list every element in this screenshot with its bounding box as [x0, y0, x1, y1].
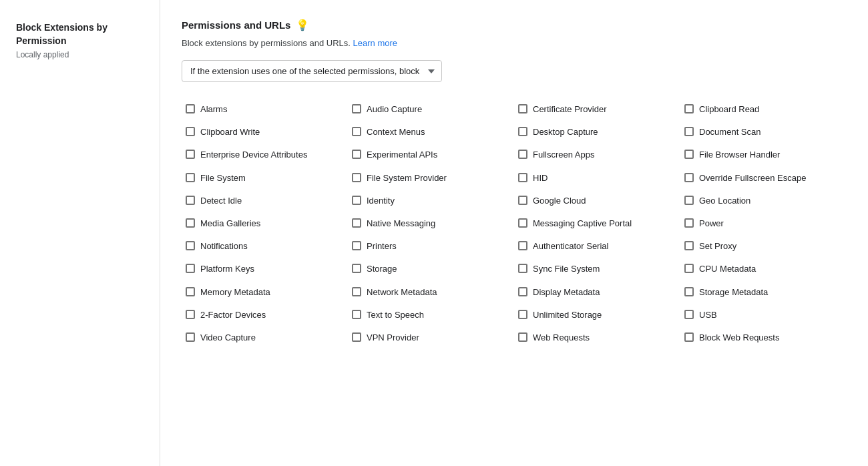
checkbox-cpu-metadata[interactable]	[684, 264, 694, 273]
checkbox-network-metadata[interactable]	[352, 287, 361, 296]
checkbox-certificate-provider[interactable]	[518, 104, 527, 113]
permission-item-document-scan: Document Scan	[680, 121, 847, 144]
checkbox-power[interactable]	[684, 218, 694, 228]
permission-label-clipboard-read: Clipboard Read	[699, 103, 759, 115]
permission-item-storage-metadata: Storage Metadata	[680, 281, 847, 304]
permission-label-file-system: File System	[200, 172, 246, 184]
permission-label-certificate-provider: Certificate Provider	[533, 103, 607, 115]
checkbox-authenticator-serial[interactable]	[518, 241, 527, 250]
permission-item-clipboard-write: Clipboard Write	[182, 121, 348, 144]
checkbox-detect-idle[interactable]	[186, 196, 195, 205]
checkbox-desktop-capture[interactable]	[518, 127, 527, 136]
permission-item-web-requests: Web Requests	[514, 326, 680, 349]
checkbox-storage-metadata[interactable]	[684, 287, 694, 296]
permission-label-experimental-apis: Experimental APIs	[367, 149, 437, 161]
permission-label-detect-idle: Detect Idle	[200, 195, 242, 207]
checkbox-google-cloud[interactable]	[518, 196, 527, 205]
permission-item-alarms: Alarms	[182, 98, 348, 121]
checkbox-video-capture[interactable]	[186, 332, 195, 342]
permission-item-printers: Printers	[348, 235, 514, 258]
checkbox-native-messaging[interactable]	[352, 218, 361, 228]
checkbox-block-web-requests[interactable]	[684, 332, 694, 342]
checkbox-web-requests[interactable]	[518, 332, 527, 342]
permission-label-usb: USB	[699, 309, 717, 321]
permission-item-detect-idle: Detect Idle	[182, 190, 348, 212]
permission-label-media-galleries: Media Galleries	[200, 218, 260, 230]
permission-mode-dropdown[interactable]: If the extension uses one of the selecte…	[182, 60, 442, 82]
permission-item-file-browser-handler: File Browser Handler	[680, 144, 847, 166]
checkbox-geo-location[interactable]	[684, 196, 694, 205]
checkbox-experimental-apis[interactable]	[352, 150, 361, 159]
permission-label-platform-keys: Platform Keys	[200, 263, 254, 275]
checkbox-sync-file-system[interactable]	[518, 264, 527, 273]
permission-item-context-menus: Context Menus	[348, 121, 514, 144]
checkbox-fullscreen-apps[interactable]	[518, 150, 527, 159]
checkbox-file-system-provider[interactable]	[352, 173, 361, 182]
permission-item-authenticator-serial: Authenticator Serial	[514, 235, 680, 258]
checkbox-context-menus[interactable]	[352, 127, 361, 136]
permission-label-printers: Printers	[367, 240, 397, 252]
checkbox-notifications[interactable]	[186, 241, 195, 250]
permission-item-memory-metadata: Memory Metadata	[182, 281, 348, 304]
permission-item-network-metadata: Network Metadata	[348, 281, 514, 304]
permission-item-vpn-provider: VPN Provider	[348, 326, 514, 349]
checkbox-platform-keys[interactable]	[186, 264, 195, 273]
permission-item-platform-keys: Platform Keys	[182, 258, 348, 280]
checkbox-document-scan[interactable]	[684, 127, 694, 136]
permission-label-notifications: Notifications	[200, 240, 248, 252]
permission-item-desktop-capture: Desktop Capture	[514, 121, 680, 144]
permission-item-native-messaging: Native Messaging	[348, 212, 514, 235]
permission-label-network-metadata: Network Metadata	[367, 286, 437, 298]
permission-item-usb: USB	[680, 304, 847, 326]
sidebar: Block Extensions by Permission Locally a…	[0, 0, 160, 466]
checkbox-identity[interactable]	[352, 196, 361, 205]
checkbox-clipboard-write[interactable]	[186, 127, 195, 136]
checkbox-2-factor-devices[interactable]	[186, 310, 195, 319]
permission-item-cpu-metadata: CPU Metadata	[680, 258, 847, 280]
checkbox-hid[interactable]	[518, 173, 527, 182]
permission-label-cpu-metadata: CPU Metadata	[699, 263, 756, 275]
permission-label-alarms: Alarms	[200, 103, 227, 115]
checkbox-file-system[interactable]	[186, 173, 195, 182]
learn-more-link[interactable]: Learn more	[353, 38, 397, 48]
permission-item-hid: HID	[514, 167, 680, 190]
checkbox-usb[interactable]	[684, 310, 694, 319]
checkbox-media-galleries[interactable]	[186, 218, 195, 228]
permission-item-identity: Identity	[348, 190, 514, 212]
checkbox-printers[interactable]	[352, 241, 361, 250]
checkbox-vpn-provider[interactable]	[352, 332, 361, 342]
permission-item-audio-capture: Audio Capture	[348, 98, 514, 121]
permission-item-enterprise-device-attributes: Enterprise Device Attributes	[182, 144, 348, 166]
checkbox-display-metadata[interactable]	[518, 287, 527, 296]
checkbox-enterprise-device-attributes[interactable]	[186, 150, 195, 159]
permission-label-native-messaging: Native Messaging	[367, 218, 435, 230]
checkbox-clipboard-read[interactable]	[684, 104, 694, 113]
checkbox-audio-capture[interactable]	[352, 104, 361, 113]
permission-label-set-proxy: Set Proxy	[699, 240, 736, 252]
permission-label-file-system-provider: File System Provider	[367, 172, 447, 184]
checkbox-memory-metadata[interactable]	[186, 287, 195, 296]
permission-item-clipboard-read: Clipboard Read	[680, 98, 847, 121]
checkbox-storage[interactable]	[352, 264, 361, 273]
permission-label-sync-file-system: Sync File System	[533, 263, 600, 275]
description-text: Block extensions by permissions and URLs…	[182, 38, 351, 48]
checkbox-messaging-captive-portal[interactable]	[518, 218, 527, 228]
checkbox-file-browser-handler[interactable]	[684, 150, 694, 159]
checkbox-alarms[interactable]	[186, 104, 195, 113]
sidebar-title: Block Extensions by Permission	[16, 21, 144, 47]
permission-label-memory-metadata: Memory Metadata	[200, 286, 270, 298]
dropdown-wrapper: If the extension uses one of the selecte…	[182, 60, 847, 82]
checkbox-unlimited-storage[interactable]	[518, 310, 527, 319]
checkbox-override-fullscreen-escape[interactable]	[684, 173, 694, 182]
permission-label-web-requests: Web Requests	[533, 332, 590, 344]
permission-item-geo-location: Geo Location	[680, 190, 847, 212]
checkbox-set-proxy[interactable]	[684, 241, 694, 250]
permission-label-desktop-capture: Desktop Capture	[533, 126, 598, 138]
permission-label-context-menus: Context Menus	[367, 126, 425, 138]
permission-label-geo-location: Geo Location	[699, 195, 750, 207]
permission-item-override-fullscreen-escape: Override Fullscreen Escape	[680, 167, 847, 190]
checkbox-text-to-speech[interactable]	[352, 310, 361, 319]
permission-item-unlimited-storage: Unlimited Storage	[514, 304, 680, 326]
permission-item-set-proxy: Set Proxy	[680, 235, 847, 258]
permission-item-file-system: File System	[182, 167, 348, 190]
